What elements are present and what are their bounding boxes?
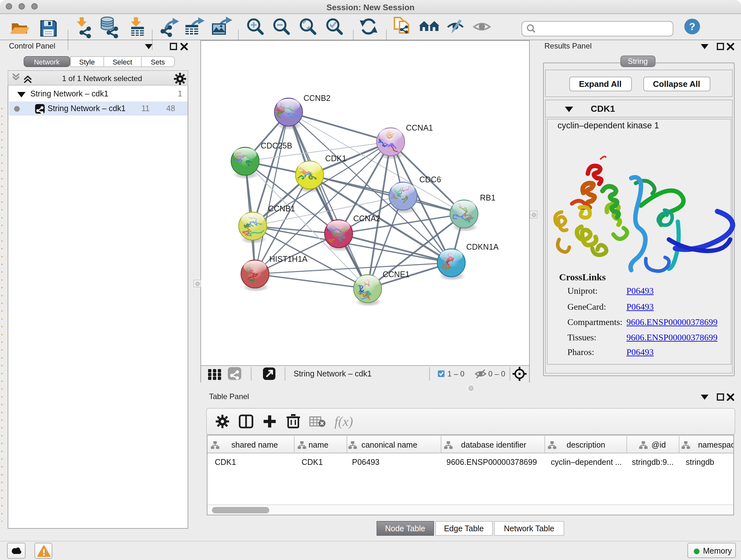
svg-text:shared name: shared name [231,440,278,449]
svg-text:database identifier: database identifier [461,440,526,449]
svg-text:CCNB2: CCNB2 [303,94,330,103]
svg-text:CCNA2: CCNA2 [353,214,380,223]
svg-text:name: name [309,440,329,449]
svg-text:CDK1: CDK1 [325,154,346,163]
svg-text:RB1: RB1 [480,193,495,202]
svg-text:CDC6: CDC6 [419,175,441,184]
svg-text:CDKN1A: CDKN1A [466,242,498,251]
svg-text:CCNB1: CCNB1 [268,204,295,213]
svg-text:HIST1H1A: HIST1H1A [269,254,307,263]
svg-text:@id: @id [652,440,666,449]
svg-text:CCNE1: CCNE1 [382,270,409,279]
svg-text:description: description [567,440,605,449]
svg-text:?: ? [689,21,695,32]
svg-text:0 – 0: 0 – 0 [488,369,505,378]
svg-text:namespace: namespace [698,440,733,449]
svg-text:f(x): f(x) [334,414,353,429]
svg-text:1 – 0: 1 – 0 [447,369,464,378]
svg-text:CCNA1: CCNA1 [406,123,433,132]
svg-text:CDC25B: CDC25B [260,141,292,150]
svg-text:canonical name: canonical name [361,440,417,449]
svg-text:String Network – cdk1: String Network – cdk1 [293,369,372,378]
